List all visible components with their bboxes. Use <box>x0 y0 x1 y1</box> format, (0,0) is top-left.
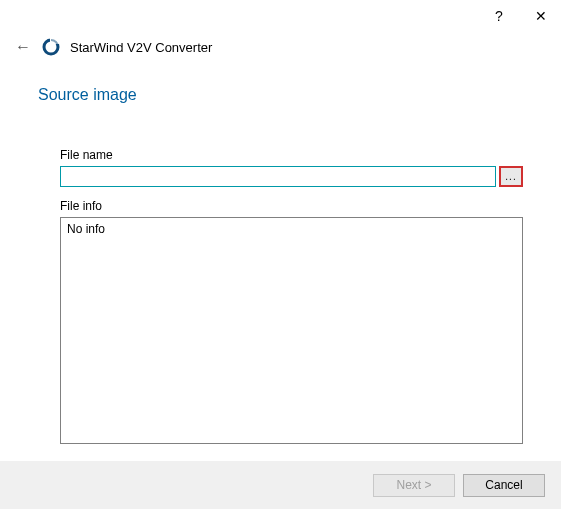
fileinfo-label: File info <box>60 199 523 213</box>
browse-button[interactable]: ... <box>499 166 523 187</box>
ellipsis-icon: ... <box>505 172 516 182</box>
back-button[interactable]: ← <box>14 38 32 56</box>
close-icon: ✕ <box>535 8 547 24</box>
form-group: File name ... File info No info <box>60 148 523 444</box>
app-title: StarWind V2V Converter <box>70 40 212 55</box>
header-row: ← StarWind V2V Converter <box>0 32 561 66</box>
close-button[interactable]: ✕ <box>529 4 553 28</box>
help-button[interactable]: ? <box>487 4 511 28</box>
fileinfo-content: No info <box>67 222 105 236</box>
title-bar: ? ✕ <box>0 0 561 32</box>
filename-label: File name <box>60 148 523 162</box>
fileinfo-box: No info <box>60 217 523 444</box>
filename-input[interactable] <box>60 166 496 187</box>
content-area: Source image File name ... File info No … <box>0 66 561 444</box>
starwind-logo-icon <box>42 38 60 56</box>
footer-bar: Next > Cancel <box>0 461 561 509</box>
next-button[interactable]: Next > <box>373 474 455 497</box>
cancel-button[interactable]: Cancel <box>463 474 545 497</box>
filename-row: ... <box>60 166 523 187</box>
back-arrow-icon: ← <box>15 38 31 55</box>
page-title: Source image <box>38 86 523 104</box>
